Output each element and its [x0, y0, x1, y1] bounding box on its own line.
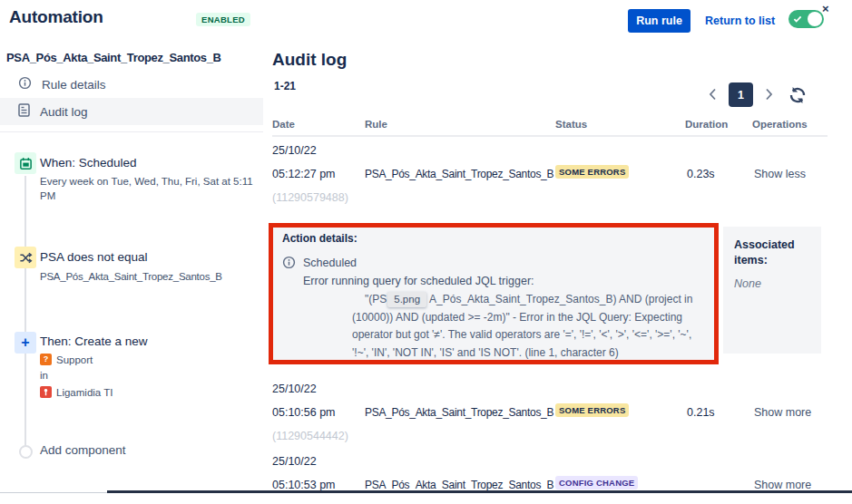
document-icon [18, 103, 30, 120]
status-badge: CONFIG CHANGE [555, 476, 638, 489]
table-row-date: 25/10/22 [272, 455, 317, 468]
run-rule-button[interactable]: Run rule [628, 9, 690, 33]
question-type-icon: ? [40, 354, 52, 365]
action-issue-type: ? Support [40, 354, 93, 365]
show-less-link[interactable]: Show less [754, 168, 806, 180]
automation-rule-page: Automation ENABLED PSA_Pós_Akta_Saint_Tr… [0, 0, 852, 504]
timeline-connector [24, 176, 26, 446]
column-header-duration: Duration [685, 119, 728, 130]
condition-card-subtitle: PSA_Pós_Akta_Saint_Tropez_Santos_B [40, 269, 222, 284]
error-message: "(PS5.pngA_Pós_Akta_Saint_Tropez_Santos_… [352, 291, 702, 362]
chevron-right-icon [765, 88, 773, 101]
show-more-link[interactable]: Show more [754, 479, 811, 491]
column-header-status: Status [555, 119, 587, 130]
sidebar-item-label: Rule details [42, 78, 106, 92]
plus-icon: + [21, 334, 29, 351]
trigger-card-subtitle: Every week on Tue, Wed, Thu, Fri, Sat at… [40, 174, 263, 203]
action-card-title[interactable]: Then: Create a new [40, 334, 148, 348]
close-icon[interactable]: × [822, 2, 829, 15]
sidebar-item-audit-log[interactable]: Audit log [0, 98, 263, 125]
action-project: Ligamidia TI [40, 386, 113, 398]
return-to-list-link[interactable]: Return to list [705, 15, 775, 27]
action-connector: in [40, 370, 48, 381]
enabled-badge: ENABLED [196, 13, 250, 26]
issue-type-label: Support [56, 354, 93, 365]
window-edge-dark [107, 490, 852, 493]
table-row-rule: PSA_Pós_Akta_Saint_Tropez_Santos_B [365, 168, 553, 180]
refresh-icon [788, 85, 808, 105]
toggle-knob [808, 12, 822, 26]
chevron-left-icon [709, 88, 717, 101]
associated-items-heading: Associated items: [734, 237, 810, 268]
action-item-title: Scheduled [303, 257, 357, 269]
condition-icon [15, 247, 36, 268]
show-more-link[interactable]: Show more [754, 406, 811, 419]
refresh-button[interactable] [788, 85, 808, 109]
table-row-id: (11290579488) [272, 191, 348, 204]
rule-enabled-toggle[interactable] [788, 10, 824, 28]
column-header-date: Date [272, 119, 295, 130]
table-row-time: 05:10:53 pm [272, 479, 336, 491]
add-component-button[interactable]: Add component [40, 443, 126, 457]
project-avatar-icon [40, 386, 52, 398]
divider [272, 135, 828, 137]
table-row-date: 25/10/22 [272, 383, 317, 395]
page-title: Automation [9, 7, 103, 27]
table-row-time: 05:12:27 pm [272, 168, 336, 180]
check-icon [793, 15, 802, 24]
status-badge: SOME ERRORS [555, 165, 629, 179]
sidebar-item-label: Audit log [40, 105, 88, 119]
column-header-rule: Rule [365, 119, 387, 130]
table-row-duration: 0.21s [687, 406, 715, 419]
sidebar-item-rule-details[interactable]: Rule details [0, 71, 263, 98]
rule-name: PSA_Pós_Akta_Saint_Tropez_Santos_B [6, 51, 221, 64]
divider [0, 131, 263, 132]
action-details-heading: Action details: [282, 232, 357, 245]
error-intro: Error running query for scheduled JQL tr… [303, 275, 534, 287]
table-row-rule: PSA_Pós_Akta_Saint_Tropez_Santos_B [365, 479, 553, 491]
schedule-trigger-icon [15, 152, 36, 174]
info-icon [282, 256, 296, 273]
pagination-prev-button[interactable] [709, 88, 717, 104]
associated-items-value: None [734, 277, 810, 290]
status-badge: SOME ERRORS [555, 403, 629, 417]
condition-card-title[interactable]: PSA does not equal [40, 250, 148, 264]
file-chip-overlay: 5.png [387, 292, 426, 307]
add-component-circle-icon[interactable] [19, 445, 33, 459]
results-range: 1-21 [274, 80, 296, 92]
project-label: Ligamidia TI [56, 387, 113, 398]
audit-log-title: Audit log [272, 50, 347, 70]
pagination-page-1[interactable]: 1 [729, 82, 753, 107]
table-row-duration: 0.23s [687, 168, 715, 180]
info-icon [18, 76, 32, 92]
column-header-operations: Operations [752, 119, 808, 130]
associated-items-panel: Associated items: None [723, 227, 821, 354]
trigger-card-title[interactable]: When: Scheduled [40, 156, 137, 170]
table-row-id: (11290544442) [272, 430, 348, 442]
table-row-time: 05:10:56 pm [272, 406, 336, 419]
table-row-date: 25/10/22 [272, 144, 317, 157]
query-prefix: "(PS [365, 293, 387, 305]
add-action-icon: + [15, 332, 36, 354]
table-row-rule: PSA_Pós_Akta_Saint_Tropez_Santos_B [365, 406, 553, 419]
pagination-next-button[interactable] [765, 88, 773, 104]
window-edge-light [0, 492, 107, 493]
